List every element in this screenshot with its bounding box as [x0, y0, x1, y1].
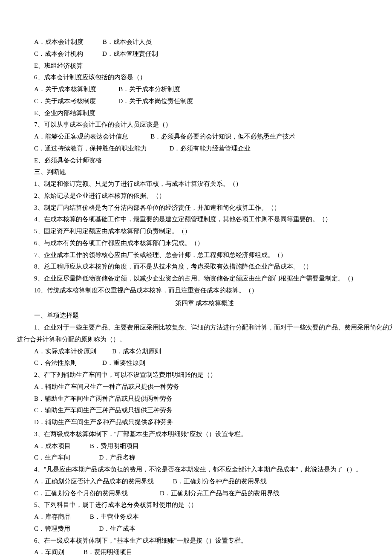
- question-line: 9、企业应尽量降低物资储备定额，以减少企业资金的占用。物资储备定额应由生产部门根…: [34, 273, 375, 285]
- option-line: A．能够公正客观的表达会计信息 B．必须具备必要的会计知识，但不必熟悉生产技术: [34, 131, 375, 143]
- question-line: 3、制定厂内结算价格是为了分清内部各单位的经济责任，并加速和简化核算工作。（）: [34, 202, 375, 214]
- question-line: 2、原始记录是企业进行成本核算的依据。（）: [34, 190, 375, 202]
- question-line: 7、企业成本工作的领导核心应由厂长或经理、总会计师，总工程师和总经济师组成。（）: [34, 249, 375, 261]
- question-line: 6、在一级成本核算体制下，"基本生产成本明细账"一般是按（）设置专栏。: [34, 535, 375, 547]
- question-line: 3、在两级成本核算体制下，"厂部基本生产成本明细账"应按（）设置专栏。: [34, 428, 375, 440]
- option-line: C．合法性原则 D．重要性原则: [34, 357, 375, 369]
- section-heading: 一、单项选择题: [34, 310, 375, 322]
- question-line: 6、成本会计制度应该包括的内容是（）: [34, 72, 375, 84]
- option-line: C．生产车间 D．产品名称: [34, 452, 375, 464]
- question-line: 5、固定资产利用定额应由成本核算部门负责制定。（）: [34, 225, 375, 237]
- option-line: C．管理费用 D．生产成本: [34, 523, 375, 535]
- option-line: C．关于成本考核制度 D．关于成本岗位责任制度: [34, 95, 375, 107]
- option-line: C．辅助生产车间生产三种产品或只提供三种劳务: [34, 405, 375, 416]
- option-line: A．实际成本计价原则 B．成本分期原则: [34, 346, 375, 358]
- question-line: 10、传统成本核算制度不仅重视产品成本核算，而且注重责任成本的核算。（）: [34, 285, 375, 297]
- question-line: 5、下列科目中，属于进行成本总分类核算时使用的是（）: [34, 499, 375, 511]
- question-line: 1、制定和修订定额、只是为了进行成本审核，与成本计算没有关系。（）: [34, 178, 375, 190]
- question-line-cont: 进行合并计算和分配的原则称为（）。: [17, 334, 375, 346]
- question-line: 1、企业对于一些主要产品、主要费用应采用比较复杂、详细的方法进行分配和计算，而对…: [34, 322, 375, 334]
- option-line: A．成本项目 B．费用明细项目: [34, 440, 375, 452]
- question-line: 7、可以从事成本会计工作的会计人员应该是（）: [34, 119, 375, 131]
- option-line: D．辅助生产车间生产多种产品或只提供多种劳务: [34, 416, 375, 428]
- option-line: A．正确划分应否计入产品成本的费用界线 B．正确划分各种产品的费用界线: [34, 476, 375, 488]
- question-line: 6、与成本有关的各项工作都应由成本核算部门来完成。（）: [34, 237, 375, 249]
- option-line: A．辅助生产车间只生产一种产品或只提供一种劳务: [34, 381, 375, 393]
- option-line: C．正确划分各个月份的费用界线 D．正确划分完工产品与在产品的费用界线: [34, 488, 375, 500]
- option-line: E、必须具备会计师资格: [34, 155, 375, 167]
- question-line: 4、"凡是应由本期产品成本负担的费用，不论是否在本期发生，都不应全部计入本期产品…: [34, 464, 375, 476]
- option-line: B．辅助生产车间生产两种产品或只提供两种劳务: [34, 393, 375, 405]
- option-line: A．成本会计制度 B．成本会计人员: [34, 36, 375, 48]
- option-line: C．通过持续教育，保持胜任的职业能力 D．必须有能力经营管理企业: [34, 143, 375, 155]
- option-line: E、班组经济核算: [34, 60, 375, 72]
- option-line: C．成本会计机构 D．成本管理责任制: [34, 48, 375, 60]
- option-line: A．关于成本核算制度 B．关于成本分析制度: [34, 84, 375, 95]
- option-line: A．库存商品 B．主营业务成本: [34, 511, 375, 523]
- question-line: 4、在成本核算的各项基础工作中，最重要的是建立定额管理制度，其他各项工作则不是同…: [34, 214, 375, 225]
- chapter-title: 第四章 成本核算概述: [34, 298, 375, 309]
- question-line: 8、总工程师应从成本核算的角度，而不是从技术角度，考虑采取有效措施降低企业产品成…: [34, 261, 375, 273]
- option-line: E、企业内部结算制度: [34, 107, 375, 119]
- option-line: A．车间别 B．费用明细项目: [34, 546, 375, 555]
- section-heading: 三、判断题: [34, 166, 375, 178]
- question-line: 2、在下列辅助生产车间中，可以不设置制造费用明细账的是（）: [34, 369, 375, 381]
